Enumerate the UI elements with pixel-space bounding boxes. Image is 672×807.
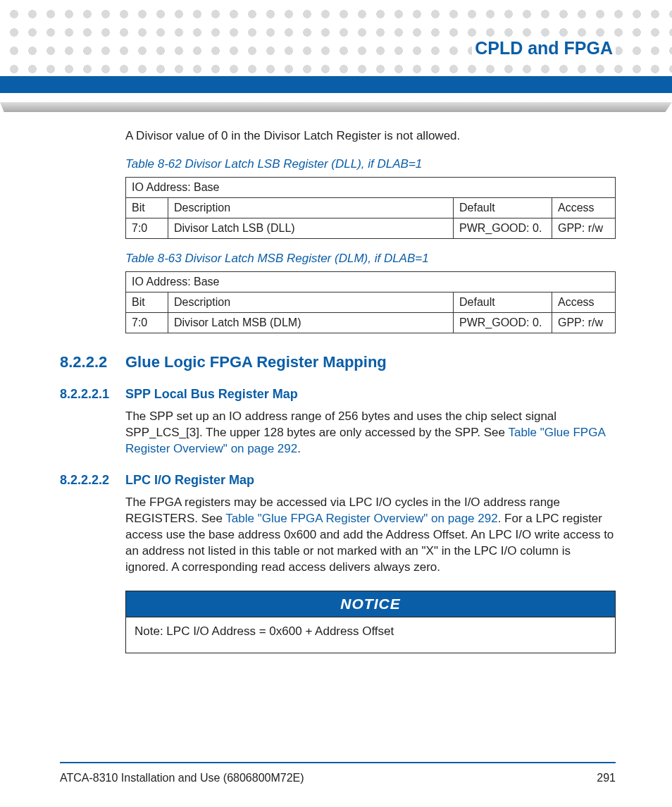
table-row: 7:0 Divisor Latch MSB (DLM) PWR_GOOD: 0.… <box>126 312 616 333</box>
cell-bit: 7:0 <box>126 218 168 238</box>
header-gray-bevel <box>0 102 672 112</box>
table-row: Bit Description Default Access <box>126 197 616 218</box>
table-row: IO Address: Base <box>126 177 616 197</box>
sec-82221-paragraph: The SPP set up an IO address range of 25… <box>125 409 616 457</box>
section-8-2-2-2-1: 8.2.2.2.1 SPP Local Bus Register Map <box>60 387 616 402</box>
cell-default: PWR_GOOD: 0. <box>454 312 552 333</box>
col-header-bit: Bit <box>126 197 168 218</box>
cell-access: GPP: r/w <box>552 218 616 238</box>
cell-default: PWR_GOOD: 0. <box>454 218 552 238</box>
cell-desc: Divisor Latch MSB (DLM) <box>168 312 454 333</box>
col-header-desc: Description <box>168 292 454 312</box>
col-header-access: Access <box>552 197 616 218</box>
col-header-default: Default <box>454 197 552 218</box>
notice-body: Note: LPC I/O Address = 0x600 + Address … <box>126 617 615 653</box>
section-8-2-2-2: 8.2.2.2 Glue Logic FPGA Register Mapping <box>60 353 616 371</box>
col-header-default: Default <box>454 292 552 312</box>
table-8-62-caption: Table 8-62 Divisor Latch LSB Register (D… <box>125 157 616 171</box>
cross-reference-link[interactable]: Table "Glue FPGA Register Overview" on p… <box>225 512 497 525</box>
text-fragment: The SPP set up an IO address range of 25… <box>125 409 556 439</box>
cell-access: GPP: r/w <box>552 312 616 333</box>
col-header-desc: Description <box>168 197 454 218</box>
notice-header: NOTICE <box>126 591 615 617</box>
col-header-bit: Bit <box>126 292 168 312</box>
intro-paragraph: A Divisor value of 0 in the Divisor Latc… <box>125 128 616 144</box>
notice-box: NOTICE Note: LPC I/O Address = 0x600 + A… <box>125 591 616 653</box>
section-8-2-2-2-2: 8.2.2.2.2 LPC I/O Register Map <box>60 473 616 488</box>
table-8-63-caption: Table 8-63 Divisor Latch MSB Register (D… <box>125 252 616 266</box>
text-fragment: . <box>297 442 301 455</box>
section-number: 8.2.2.2 <box>60 353 125 371</box>
table-row: Bit Description Default Access <box>126 292 616 312</box>
footer-doc-title: ATCA-8310 Installation and Use (6806800M… <box>60 772 304 784</box>
table-row: IO Address: Base <box>126 271 616 292</box>
subsection-number: 8.2.2.2.2 <box>60 473 125 488</box>
section-title: Glue Logic FPGA Register Mapping <box>125 353 387 371</box>
chapter-title: CPLD and FPGA <box>472 37 616 60</box>
footer-page-number: 291 <box>597 772 616 784</box>
table-row: 7:0 Divisor Latch LSB (DLL) PWR_GOOD: 0.… <box>126 218 616 238</box>
cell-desc: Divisor Latch LSB (DLL) <box>168 218 454 238</box>
subsection-title: SPP Local Bus Register Map <box>125 387 298 402</box>
col-header-access: Access <box>552 292 616 312</box>
footer-rule <box>60 762 616 763</box>
io-address-cell: IO Address: Base <box>126 271 616 292</box>
subsection-number: 8.2.2.2.1 <box>60 387 125 402</box>
header-blue-stripe <box>0 76 672 93</box>
table-8-63: IO Address: Base Bit Description Default… <box>125 271 616 333</box>
table-8-62: IO Address: Base Bit Description Default… <box>125 177 616 239</box>
subsection-title: LPC I/O Register Map <box>125 473 254 488</box>
cell-bit: 7:0 <box>126 312 168 333</box>
io-address-cell: IO Address: Base <box>126 177 616 197</box>
sec-82222-paragraph: The FPGA registers may be accessed via L… <box>125 495 616 576</box>
